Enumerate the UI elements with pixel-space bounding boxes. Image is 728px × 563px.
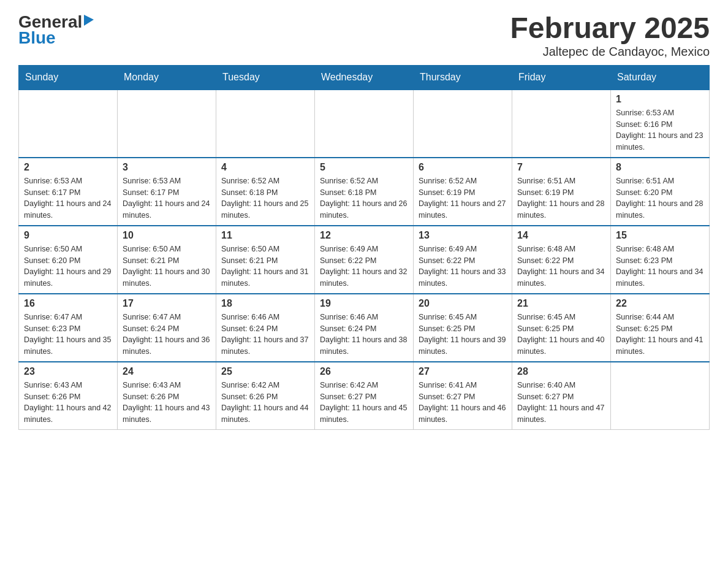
day-info: Sunrise: 6:42 AMSunset: 6:26 PMDaylight:… (221, 380, 309, 426)
calendar-day-header: Thursday (414, 65, 512, 90)
day-number: 14 (517, 230, 605, 241)
day-info: Sunrise: 6:49 AMSunset: 6:22 PMDaylight:… (320, 243, 408, 289)
calendar-day-header: Saturday (611, 65, 710, 90)
calendar-cell: 14Sunrise: 6:48 AMSunset: 6:22 PMDayligh… (512, 226, 611, 294)
title-block: February 2025 Jaltepec de Candayoc, Mexi… (510, 12, 710, 59)
page-header: General Blue February 2025 Jaltepec de C… (18, 12, 710, 59)
calendar-cell: 25Sunrise: 6:42 AMSunset: 6:26 PMDayligh… (216, 362, 315, 430)
day-number: 7 (517, 162, 605, 173)
calendar-cell (19, 90, 118, 158)
calendar-day-header: Monday (118, 65, 216, 90)
day-number: 2 (24, 162, 112, 173)
day-info: Sunrise: 6:43 AMSunset: 6:26 PMDaylight:… (24, 380, 112, 426)
day-info: Sunrise: 6:41 AMSunset: 6:27 PMDaylight:… (419, 380, 507, 426)
day-info: Sunrise: 6:40 AMSunset: 6:27 PMDaylight:… (517, 380, 605, 426)
day-number: 8 (616, 162, 704, 173)
calendar-cell: 21Sunrise: 6:45 AMSunset: 6:25 PMDayligh… (512, 294, 611, 362)
calendar-cell: 17Sunrise: 6:47 AMSunset: 6:24 PMDayligh… (118, 294, 216, 362)
logo-blue: Blue (18, 28, 56, 48)
calendar-cell: 2Sunrise: 6:53 AMSunset: 6:17 PMDaylight… (19, 158, 118, 226)
calendar-cell: 9Sunrise: 6:50 AMSunset: 6:20 PMDaylight… (19, 226, 118, 294)
day-number: 1 (616, 94, 704, 105)
day-number: 18 (221, 298, 309, 309)
calendar-cell: 4Sunrise: 6:52 AMSunset: 6:18 PMDaylight… (216, 158, 315, 226)
calendar-day-header: Friday (512, 65, 611, 90)
calendar-cell: 18Sunrise: 6:46 AMSunset: 6:24 PMDayligh… (216, 294, 315, 362)
day-info: Sunrise: 6:44 AMSunset: 6:25 PMDaylight:… (616, 312, 704, 358)
day-info: Sunrise: 6:47 AMSunset: 6:23 PMDaylight:… (24, 312, 112, 358)
calendar-header-row: SundayMondayTuesdayWednesdayThursdayFrid… (19, 65, 710, 90)
day-number: 3 (123, 162, 211, 173)
day-number: 10 (123, 230, 211, 241)
calendar-cell: 20Sunrise: 6:45 AMSunset: 6:25 PMDayligh… (414, 294, 512, 362)
calendar-cell: 19Sunrise: 6:46 AMSunset: 6:24 PMDayligh… (315, 294, 414, 362)
calendar-cell: 26Sunrise: 6:42 AMSunset: 6:27 PMDayligh… (315, 362, 414, 430)
calendar-cell: 28Sunrise: 6:40 AMSunset: 6:27 PMDayligh… (512, 362, 611, 430)
day-info: Sunrise: 6:45 AMSunset: 6:25 PMDaylight:… (419, 312, 507, 358)
day-number: 22 (616, 298, 704, 309)
day-info: Sunrise: 6:52 AMSunset: 6:18 PMDaylight:… (221, 175, 309, 221)
day-number: 27 (419, 366, 507, 377)
calendar-day-header: Wednesday (315, 65, 414, 90)
calendar-cell: 15Sunrise: 6:48 AMSunset: 6:23 PMDayligh… (611, 226, 710, 294)
calendar-week-row: 9Sunrise: 6:50 AMSunset: 6:20 PMDaylight… (19, 226, 710, 294)
calendar-cell (611, 362, 710, 430)
calendar-day-header: Tuesday (216, 65, 315, 90)
calendar-cell: 24Sunrise: 6:43 AMSunset: 6:26 PMDayligh… (118, 362, 216, 430)
day-number: 17 (123, 298, 211, 309)
day-number: 23 (24, 366, 112, 377)
calendar-cell (315, 90, 414, 158)
day-number: 12 (320, 230, 408, 241)
calendar-cell: 16Sunrise: 6:47 AMSunset: 6:23 PMDayligh… (19, 294, 118, 362)
calendar-week-row: 23Sunrise: 6:43 AMSunset: 6:26 PMDayligh… (19, 362, 710, 430)
calendar-table: SundayMondayTuesdayWednesdayThursdayFrid… (18, 65, 710, 430)
day-info: Sunrise: 6:53 AMSunset: 6:17 PMDaylight:… (24, 175, 112, 221)
day-number: 4 (221, 162, 309, 173)
calendar-day-header: Sunday (19, 65, 118, 90)
day-info: Sunrise: 6:51 AMSunset: 6:20 PMDaylight:… (616, 175, 704, 221)
calendar-cell (118, 90, 216, 158)
day-info: Sunrise: 6:48 AMSunset: 6:22 PMDaylight:… (517, 243, 605, 289)
day-number: 19 (320, 298, 408, 309)
day-number: 21 (517, 298, 605, 309)
page-title: February 2025 (510, 12, 710, 45)
day-number: 28 (517, 366, 605, 377)
logo-triangle-icon (84, 13, 94, 28)
calendar-cell (414, 90, 512, 158)
day-number: 5 (320, 162, 408, 173)
day-info: Sunrise: 6:49 AMSunset: 6:22 PMDaylight:… (419, 243, 507, 289)
day-number: 26 (320, 366, 408, 377)
calendar-cell (216, 90, 315, 158)
day-number: 11 (221, 230, 309, 241)
day-number: 13 (419, 230, 507, 241)
calendar-week-row: 2Sunrise: 6:53 AMSunset: 6:17 PMDaylight… (19, 158, 710, 226)
day-info: Sunrise: 6:52 AMSunset: 6:18 PMDaylight:… (320, 175, 408, 221)
day-info: Sunrise: 6:50 AMSunset: 6:20 PMDaylight:… (24, 243, 112, 289)
day-info: Sunrise: 6:53 AMSunset: 6:17 PMDaylight:… (123, 175, 211, 221)
logo: General Blue (18, 12, 94, 48)
day-info: Sunrise: 6:48 AMSunset: 6:23 PMDaylight:… (616, 243, 704, 289)
day-info: Sunrise: 6:51 AMSunset: 6:19 PMDaylight:… (517, 175, 605, 221)
calendar-cell: 7Sunrise: 6:51 AMSunset: 6:19 PMDaylight… (512, 158, 611, 226)
day-info: Sunrise: 6:46 AMSunset: 6:24 PMDaylight:… (221, 312, 309, 358)
calendar-cell (512, 90, 611, 158)
calendar-cell: 8Sunrise: 6:51 AMSunset: 6:20 PMDaylight… (611, 158, 710, 226)
day-number: 9 (24, 230, 112, 241)
calendar-cell: 23Sunrise: 6:43 AMSunset: 6:26 PMDayligh… (19, 362, 118, 430)
calendar-cell: 22Sunrise: 6:44 AMSunset: 6:25 PMDayligh… (611, 294, 710, 362)
day-info: Sunrise: 6:50 AMSunset: 6:21 PMDaylight:… (123, 243, 211, 289)
calendar-cell: 10Sunrise: 6:50 AMSunset: 6:21 PMDayligh… (118, 226, 216, 294)
calendar-cell: 27Sunrise: 6:41 AMSunset: 6:27 PMDayligh… (414, 362, 512, 430)
calendar-week-row: 16Sunrise: 6:47 AMSunset: 6:23 PMDayligh… (19, 294, 710, 362)
day-info: Sunrise: 6:47 AMSunset: 6:24 PMDaylight:… (123, 312, 211, 358)
calendar-cell: 6Sunrise: 6:52 AMSunset: 6:19 PMDaylight… (414, 158, 512, 226)
day-info: Sunrise: 6:50 AMSunset: 6:21 PMDaylight:… (221, 243, 309, 289)
calendar-cell: 11Sunrise: 6:50 AMSunset: 6:21 PMDayligh… (216, 226, 315, 294)
day-info: Sunrise: 6:52 AMSunset: 6:19 PMDaylight:… (419, 175, 507, 221)
calendar-cell: 1Sunrise: 6:53 AMSunset: 6:16 PMDaylight… (611, 90, 710, 158)
day-number: 6 (419, 162, 507, 173)
svg-marker-0 (84, 15, 94, 26)
day-number: 25 (221, 366, 309, 377)
calendar-week-row: 1Sunrise: 6:53 AMSunset: 6:16 PMDaylight… (19, 90, 710, 158)
day-info: Sunrise: 6:53 AMSunset: 6:16 PMDaylight:… (616, 107, 704, 153)
